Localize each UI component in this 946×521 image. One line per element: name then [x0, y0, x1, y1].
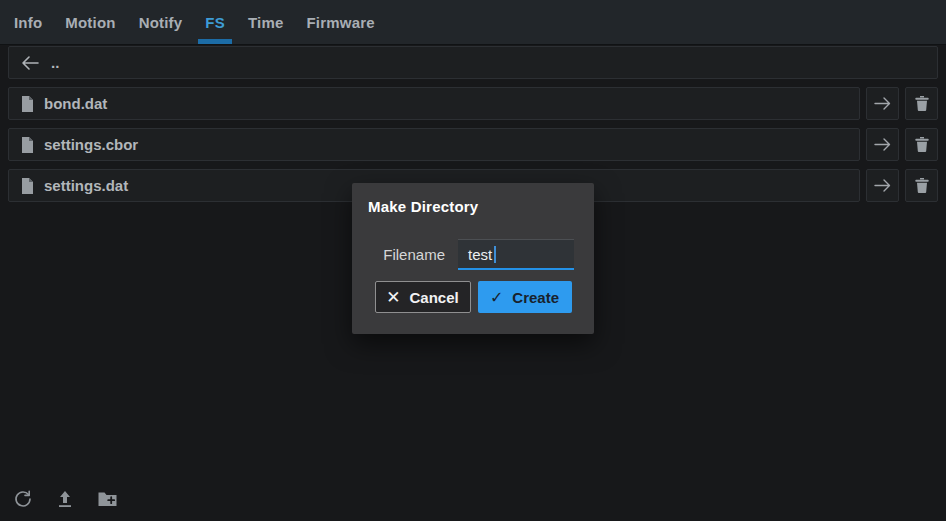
file-name: settings.dat — [44, 177, 128, 194]
arrow-right-icon — [874, 97, 891, 110]
new-folder-button[interactable] — [97, 489, 117, 509]
filename-label: Filename — [383, 246, 445, 263]
close-icon: ✕ — [386, 287, 400, 308]
filename-input[interactable]: test — [458, 239, 574, 270]
file-button-bond-dat[interactable]: bond.dat — [8, 87, 860, 120]
file-icon — [21, 137, 34, 153]
file-name: bond.dat — [44, 95, 107, 112]
refresh-button[interactable] — [13, 489, 33, 509]
file-icon — [21, 178, 34, 194]
cancel-button-label: Cancel — [410, 289, 459, 306]
tab-bar: Info Motion Notify FS Time Firmware — [0, 0, 946, 45]
make-directory-dialog: Make Directory Filename test ✕ Cancel ✓ … — [352, 183, 594, 334]
new-folder-icon — [98, 491, 117, 507]
arrow-right-icon — [874, 179, 891, 192]
open-file-button[interactable] — [866, 169, 899, 202]
tab-time[interactable]: Time — [248, 0, 284, 44]
delete-file-button[interactable] — [905, 169, 938, 202]
dialog-buttons: ✕ Cancel ✓ Create — [352, 281, 594, 334]
trash-icon — [915, 178, 929, 193]
upload-button[interactable] — [55, 489, 75, 509]
checkmark-icon: ✓ — [490, 288, 503, 307]
parent-directory-row[interactable]: .. — [8, 46, 938, 79]
create-button-label: Create — [512, 289, 559, 306]
upload-icon — [57, 490, 73, 508]
tab-notify[interactable]: Notify — [139, 0, 183, 44]
trash-icon — [915, 137, 929, 152]
text-cursor — [494, 246, 496, 263]
trash-icon — [915, 96, 929, 111]
delete-file-button[interactable] — [905, 128, 938, 161]
parent-directory-label: .. — [51, 54, 59, 71]
open-file-button[interactable] — [866, 128, 899, 161]
create-button[interactable]: ✓ Create — [478, 281, 572, 313]
file-row: bond.dat — [8, 87, 938, 120]
dialog-title: Make Directory — [352, 183, 594, 215]
tab-fs[interactable]: FS — [205, 0, 225, 44]
filename-field-row: Filename test — [352, 239, 594, 270]
open-file-button[interactable] — [866, 87, 899, 120]
file-row: settings.cbor — [8, 128, 938, 161]
file-button-settings-cbor[interactable]: settings.cbor — [8, 128, 860, 161]
fs-toolbar — [13, 489, 117, 509]
tab-motion[interactable]: Motion — [65, 0, 115, 44]
file-browser: .. bond.dat — [0, 45, 946, 202]
arrow-left-icon — [21, 56, 39, 70]
tab-info[interactable]: Info — [14, 0, 42, 44]
cancel-button[interactable]: ✕ Cancel — [375, 281, 471, 313]
arrow-right-icon — [874, 138, 891, 151]
tab-firmware[interactable]: Firmware — [306, 0, 374, 44]
filename-input-value: test — [468, 246, 492, 263]
file-icon — [21, 96, 34, 112]
delete-file-button[interactable] — [905, 87, 938, 120]
refresh-icon — [14, 490, 32, 508]
file-name: settings.cbor — [44, 136, 138, 153]
